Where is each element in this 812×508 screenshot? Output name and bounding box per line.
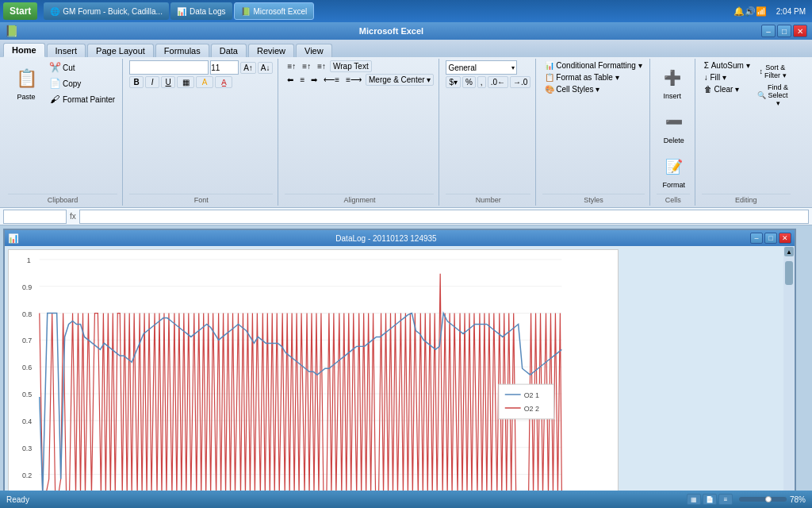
format-painter-icon: 🖌 — [48, 93, 61, 106]
autosum-button[interactable]: Σ AutoSum ▾ — [702, 60, 753, 71]
clear-button[interactable]: 🗑 Clear ▾ — [702, 84, 753, 94]
borders-button[interactable]: ▦ — [177, 76, 194, 88]
alignment-group: ≡↑ ≡↑ ≡↑ Wrap Text ⬅ ≡ ➡ ⟵≡ ≡⟶ Merge & C… — [280, 59, 439, 206]
wrap-text-button[interactable]: Wrap Text — [330, 60, 372, 72]
number-row1: General ▾ — [446, 60, 517, 75]
decrease-decimal-button[interactable]: .0← — [488, 76, 508, 88]
indent-increase-button[interactable]: ≡⟶ — [343, 75, 364, 85]
close-button[interactable]: ✕ — [793, 25, 807, 37]
find-icon: 🔍 — [757, 91, 766, 99]
taskbar-item-excel[interactable]: 📗 Microsoft Excel — [234, 2, 315, 20]
decrease-font-button[interactable]: A↓ — [258, 62, 274, 74]
tab-review[interactable]: Review — [248, 44, 294, 57]
normal-view-button[interactable]: ▦ — [687, 494, 701, 505]
clipboard-label: Clipboard — [8, 194, 117, 204]
align-top-right-button[interactable]: ≡↑ — [315, 61, 328, 71]
ribbon-content: 📋 Paste ✂️ Cut 📄 Copy 🖌 Format Painter — [0, 57, 812, 207]
format-painter-button[interactable]: 🖌 Format Painter — [46, 92, 117, 106]
page-layout-view-button[interactable]: 📄 — [703, 494, 717, 505]
sort-filter-button[interactable]: ↕ Sort &Filter ▾ — [756, 60, 791, 83]
fill-color-button[interactable]: A — [196, 76, 213, 88]
taskbar-item-data-logs[interactable]: 📊 Data Logs — [170, 2, 232, 20]
align-right-button[interactable]: ➡ — [308, 75, 320, 85]
font-color-button[interactable]: A̲ — [215, 76, 232, 88]
maximize-button[interactable]: □ — [777, 25, 791, 37]
editing-label: Editing — [702, 194, 791, 204]
tab-view[interactable]: View — [296, 44, 332, 57]
italic-button[interactable]: I — [145, 76, 159, 88]
find-select-button[interactable]: 🔍 Find &Select ▾ — [756, 84, 791, 106]
font-group: A↑ A↓ B I U ▦ A A̲ Font — [124, 59, 278, 206]
tab-home[interactable]: Home — [3, 43, 45, 57]
svg-text:0.4: 0.4 — [22, 418, 32, 425]
tab-insert[interactable]: Insert — [47, 44, 86, 57]
dollar-button[interactable]: $▾ — [446, 76, 461, 88]
chart-title-bar: 📊 DataLog - 20110123 124935 – □ ✕ — [5, 230, 795, 246]
format-button[interactable]: 📝 Format — [658, 149, 690, 194]
conditional-formatting-button[interactable]: 📊Conditional Formatting ▾ — [542, 60, 644, 71]
number-format-combo[interactable]: General ▾ — [446, 60, 517, 75]
indent-decrease-button[interactable]: ⟵≡ — [321, 75, 342, 85]
copy-button[interactable]: 📄 Copy — [46, 76, 117, 90]
tab-formulas[interactable]: Formulas — [155, 44, 209, 57]
zoom-slider[interactable] — [739, 497, 787, 502]
function-icon[interactable]: fx — [70, 212, 76, 221]
taskbar-item-gm-forum[interactable]: 🌐 GM Forum - Buick, Cadilla... — [44, 2, 169, 20]
vertical-scrollbar[interactable]: ▲ ▼ — [783, 246, 795, 508]
svg-rect-33 — [499, 384, 554, 419]
page-break-view-button[interactable]: ≡ — [718, 494, 733, 505]
delete-button[interactable]: ➖ Delete — [658, 105, 690, 149]
align-left-button[interactable]: ⬅ — [285, 75, 296, 85]
format-as-table-button[interactable]: 📋Format as Table ▾ — [542, 72, 644, 83]
align-center-button[interactable]: ≡ — [297, 75, 307, 85]
cut-icon: ✂️ — [48, 61, 61, 74]
tab-page-layout[interactable]: Page Layout — [87, 44, 154, 57]
cell-styles-button[interactable]: 🎨Cell Styles ▾ — [542, 84, 644, 94]
cut-button[interactable]: ✂️ Cut — [46, 60, 117, 75]
comma-button[interactable]: , — [477, 76, 486, 88]
paste-button[interactable]: 📋 Paste — [8, 60, 44, 106]
scroll-thumb[interactable] — [785, 261, 793, 285]
underline-button[interactable]: U — [161, 76, 175, 88]
align-top-center-button[interactable]: ≡↑ — [300, 61, 313, 71]
fill-button[interactable]: ↓ Fill ▾ — [702, 72, 753, 83]
start-button[interactable]: Start — [3, 2, 37, 20]
increase-decimal-button[interactable]: →.0 — [510, 76, 530, 88]
ribbon: Home Insert Page Layout Formulas Data Re… — [0, 40, 812, 208]
editing-group: Σ AutoSum ▾ ↓ Fill ▾ 🗑 Clear ▾ ↕ Sort &F… — [697, 59, 795, 206]
number-group: General ▾ $▾ % , .0← →.0 Number — [441, 59, 536, 206]
main-area: 📊 DataLog - 20110123 124935 – □ ✕ 1 0.9 … — [0, 225, 812, 508]
zoom-controls: 78% — [739, 495, 806, 504]
formula-input[interactable] — [79, 210, 809, 224]
paste-icon: 📋 — [13, 66, 39, 91]
bold-button[interactable]: B — [129, 76, 144, 88]
status-text: Ready — [6, 495, 29, 504]
percent-button[interactable]: % — [462, 76, 476, 88]
styles-group: 📊Conditional Formatting ▾ 📋Format as Tab… — [538, 59, 649, 206]
taskbar-items: 🌐 GM Forum - Buick, Cadilla... 📊 Data Lo… — [44, 2, 733, 20]
increase-font-button[interactable]: A↑ — [240, 62, 256, 74]
chart-svg-area: 1 0.9 0.8 0.7 0.6 0.5 0.4 0.3 0.2 0.1 0 — [5, 246, 783, 508]
insert-button[interactable]: ➕ Insert — [657, 60, 688, 105]
font-name-input[interactable] — [129, 60, 209, 75]
clipboard-group: 📋 Paste ✂️ Cut 📄 Copy 🖌 Format Painter — [3, 59, 123, 206]
chart-maximize-button[interactable]: □ — [764, 233, 777, 244]
tab-data[interactable]: Data — [211, 44, 247, 57]
cell-reference-input[interactable] — [3, 210, 67, 224]
font-row2: B I U ▦ A A̲ — [129, 76, 232, 88]
alignment-row1: ≡↑ ≡↑ ≡↑ Wrap Text — [285, 60, 371, 72]
merge-center-button[interactable]: Merge & Center ▾ — [366, 74, 434, 86]
svg-text:O2 1: O2 1 — [524, 391, 539, 399]
number-label: Number — [446, 194, 530, 204]
number-row2: $▾ % , .0← →.0 — [446, 76, 530, 88]
chart-close-button[interactable]: ✕ — [779, 233, 791, 244]
chart-title-buttons: – □ ✕ — [750, 233, 791, 244]
view-buttons: ▦ 📄 ≡ — [687, 494, 733, 505]
scroll-up-button[interactable]: ▲ — [784, 247, 794, 256]
svg-text:1: 1 — [27, 256, 31, 264]
chart-minimize-button[interactable]: – — [750, 233, 763, 244]
align-top-left-button[interactable]: ≡↑ — [285, 61, 298, 71]
minimize-button[interactable]: – — [761, 25, 776, 37]
insert-icon: ➕ — [660, 65, 685, 90]
font-size-input[interactable] — [210, 60, 239, 75]
